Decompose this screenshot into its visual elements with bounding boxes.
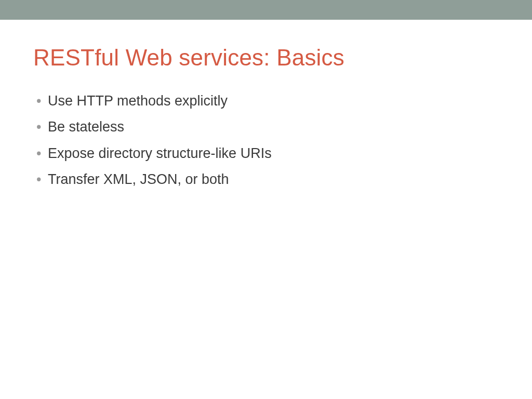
list-item: Use HTTP methods explicitly [36, 91, 499, 110]
list-item: Expose directory structure-like URIs [36, 144, 499, 163]
bullet-list: Use HTTP methods explicitly Be stateless… [33, 91, 499, 189]
slide-content: RESTful Web services: Basics Use HTTP me… [0, 20, 532, 189]
list-item: Transfer XML, JSON, or both [36, 170, 499, 189]
list-item: Be stateless [36, 117, 499, 136]
slide-top-bar [0, 0, 532, 20]
slide-title: RESTful Web services: Basics [33, 45, 499, 71]
